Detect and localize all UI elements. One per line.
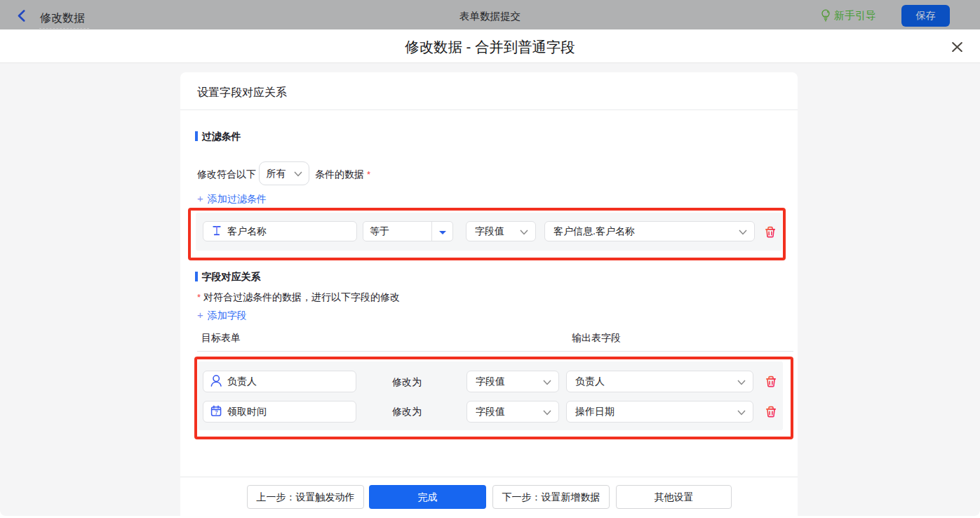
- svg-text:7: 7: [215, 409, 218, 416]
